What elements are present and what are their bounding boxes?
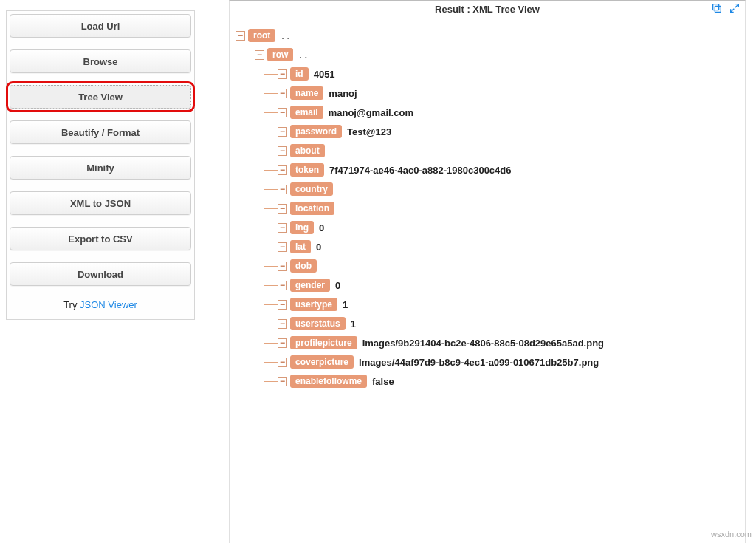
value-lng: 0 — [319, 222, 324, 233]
value-email: manoj@gmail.com — [329, 107, 413, 118]
tree-connector — [264, 112, 278, 113]
try-prefix: Try — [63, 299, 80, 310]
tree-connector — [264, 228, 278, 228]
tree-connector — [264, 324, 278, 324]
collapse-icon[interactable] — [278, 338, 287, 348]
tree-connector — [264, 285, 278, 286]
collapse-icon[interactable] — [278, 185, 287, 194]
sidebar-btn-xml-to-json[interactable]: XML to JSON — [10, 191, 191, 215]
sidebar-btn-tree-view[interactable]: Tree View — [10, 85, 191, 109]
tag-password[interactable]: password — [290, 125, 342, 138]
value-password: Test@123 — [347, 126, 391, 137]
tag-enablefollowme[interactable]: enablefollowme — [290, 375, 367, 388]
tag-coverpicture[interactable]: coverpicture — [290, 355, 354, 369]
collapse-icon[interactable] — [278, 108, 287, 117]
value-token: 7f471974-ae46-4ac0-a882-1980c300c4d6 — [329, 165, 512, 176]
tag-about[interactable]: about — [290, 144, 325, 157]
tag-userstatus[interactable]: userstatus — [290, 317, 346, 330]
tag-id[interactable]: id — [290, 67, 309, 81]
tag-gender[interactable]: gender — [290, 279, 330, 292]
tree-leaf-userstatus: userstatus1 — [264, 314, 739, 333]
collapse-icon[interactable] — [278, 358, 287, 367]
tag-country[interactable]: country — [290, 182, 333, 196]
collapse-icon[interactable] — [278, 300, 287, 310]
watermark: wsxdn.com — [711, 530, 752, 539]
value-usertype: 1 — [343, 299, 348, 310]
root-children: row . . id4051namemanojemailmanoj@gmail.… — [241, 45, 739, 391]
tree-connector — [264, 343, 278, 344]
tag-root[interactable]: root — [248, 29, 275, 42]
tree-leaf-lng: lng0 — [264, 218, 739, 237]
value-lat: 0 — [316, 242, 321, 253]
value-name: manoj — [329, 88, 357, 99]
sidebar-btn-browse[interactable]: Browse — [10, 49, 191, 73]
sidebar-btn-download[interactable]: Download — [10, 262, 191, 286]
tree-leaf-name: namemanoj — [264, 83, 739, 103]
collapse-icon[interactable] — [278, 69, 287, 79]
tree-leaf-lat: lat0 — [264, 237, 739, 256]
collapse-icon[interactable] — [278, 319, 287, 329]
tree-leaf-profilepicture: profilepictureImages/9b291404-bc2e-4806-… — [264, 333, 739, 352]
tree-leaf-usertype: usertype1 — [264, 295, 739, 314]
tree-leaf-coverpicture: coverpictureImages/44af97d9-b8c9-4ec1-a0… — [264, 352, 739, 372]
tree-node-row: row . . — [241, 45, 739, 64]
collapse-icon[interactable] — [236, 31, 245, 41]
tree-connector — [264, 247, 278, 247]
tree-leaf-dob: dob — [264, 256, 739, 276]
tag-profilepicture[interactable]: profilepicture — [290, 336, 357, 349]
sidebar-btn-beautify-format[interactable]: Beautify / Format — [10, 120, 191, 144]
collapse-icon[interactable] — [278, 281, 287, 290]
tree-connector — [264, 132, 278, 132]
value-profilepicture: Images/9b291404-bc2e-4806-88c5-08d29e65a… — [362, 338, 604, 349]
tag-usertype[interactable]: usertype — [290, 298, 337, 311]
tree-node-root: root . . — [236, 26, 739, 45]
tag-email[interactable]: email — [290, 106, 323, 119]
row-children: id4051namemanojemailmanoj@gmail.compassw… — [264, 64, 739, 391]
tree-connector — [264, 381, 278, 382]
tag-lat[interactable]: lat — [290, 240, 311, 253]
sidebar: Load UrlBrowseTree ViewBeautify / Format… — [6, 10, 195, 320]
tree-connector — [264, 170, 278, 171]
xml-tree: root . . row . . id4051namemanojemailman… — [230, 18, 745, 391]
collapse-icon[interactable] — [278, 223, 287, 233]
collapse-icon[interactable] — [278, 127, 287, 137]
sidebar-btn-export-to-csv[interactable]: Export to CSV — [10, 227, 191, 250]
collapse-icon[interactable] — [255, 50, 264, 60]
collapse-icon[interactable] — [278, 146, 287, 156]
sidebar-btn-minify[interactable]: Minify — [10, 156, 191, 180]
collapse-icon[interactable] — [278, 377, 287, 386]
tag-token[interactable]: token — [290, 163, 324, 177]
collapse-icon[interactable] — [278, 204, 287, 214]
tree-leaf-token: token7f471974-ae46-4ac0-a882-1980c300c4d… — [264, 160, 739, 180]
tree-leaf-password: passwordTest@123 — [264, 122, 739, 141]
try-line: Try JSON Viewer — [10, 298, 191, 316]
tag-row[interactable]: row — [267, 48, 293, 61]
sidebar-btn-load-url[interactable]: Load Url — [10, 14, 191, 38]
tree-connector — [264, 304, 278, 305]
value-gender: 0 — [335, 280, 340, 291]
collapse-icon[interactable] — [278, 89, 287, 98]
collapse-icon[interactable] — [278, 242, 287, 252]
copy-icon[interactable] — [711, 2, 723, 14]
expand-icon[interactable] — [729, 2, 740, 14]
result-header: Result : XML Tree View — [230, 1, 745, 18]
tree-leaf-location: location — [264, 199, 739, 218]
collapse-icon[interactable] — [278, 262, 287, 271]
svg-rect-1 — [713, 4, 719, 10]
tree-leaf-email: emailmanoj@gmail.com — [264, 103, 739, 122]
tree-leaf-about: about — [264, 141, 739, 160]
tree-leaf-enablefollowme: enablefollowmefalse — [264, 372, 739, 391]
tree-connector — [264, 362, 278, 363]
result-icons — [711, 2, 740, 14]
tree-leaf-country: country — [264, 180, 739, 199]
tag-dob[interactable]: dob — [290, 259, 317, 273]
tag-name[interactable]: name — [290, 86, 323, 100]
collapse-icon[interactable] — [278, 165, 287, 175]
tag-location[interactable]: location — [290, 202, 334, 215]
ellipsis: . . — [281, 30, 289, 41]
tag-lng[interactable]: lng — [290, 221, 314, 234]
value-coverpicture: Images/44af97d9-b8c9-4ec1-a099-010671db2… — [359, 357, 599, 368]
value-enablefollowme: false — [372, 376, 394, 387]
ellipsis: . . — [299, 49, 307, 61]
json-viewer-link[interactable]: JSON Viewer — [80, 299, 137, 310]
